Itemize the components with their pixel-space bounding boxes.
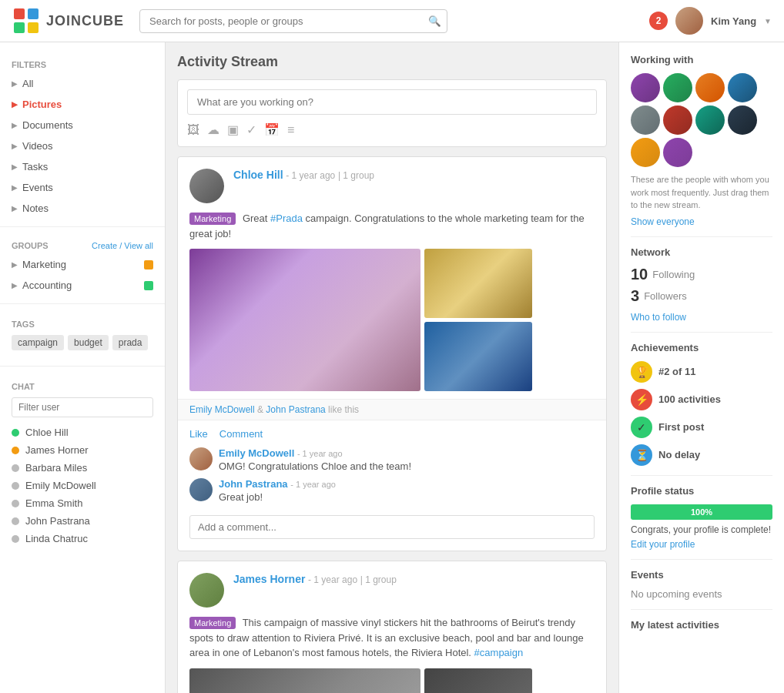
following-row: 10 Following xyxy=(631,266,772,283)
post-images-right xyxy=(424,249,532,391)
working-avatar xyxy=(728,73,757,102)
right-sidebar: Working with These are the people with w… xyxy=(618,42,784,693)
tag-budget[interactable]: budget xyxy=(68,335,109,350)
post-meta: James Horner - 1 year ago | 1 group xyxy=(233,573,595,585)
chat-user-linda[interactable]: Linda Chatruc xyxy=(12,530,153,547)
john-like-link[interactable]: John Pastrana xyxy=(266,404,325,415)
comment-text: Great job! xyxy=(219,491,336,503)
search-button[interactable]: 🔍 xyxy=(428,15,441,27)
trophy-icon: 🏆 xyxy=(631,361,652,383)
achievement-item: ⏳ No delay xyxy=(631,444,772,466)
working-avatar xyxy=(663,138,692,167)
edit-profile-link[interactable]: Edit your profile xyxy=(631,539,695,550)
comment-button[interactable]: Comment xyxy=(219,428,263,440)
comment-author[interactable]: John Pastrana xyxy=(219,478,288,490)
group-item-accounting[interactable]: ▶ Accounting xyxy=(0,275,165,296)
post-time: - 1 year ago xyxy=(286,170,335,181)
search-input[interactable] xyxy=(139,9,447,33)
tag-prada[interactable]: prada xyxy=(112,335,149,350)
working-avatar xyxy=(631,105,660,135)
sidebar-item-videos[interactable]: ▶Videos xyxy=(0,136,165,156)
tags-list: campaign budget prada xyxy=(12,335,153,350)
comment-author[interactable]: Emily McDowell xyxy=(219,447,294,459)
avatar xyxy=(675,7,703,35)
like-button[interactable]: Like xyxy=(189,428,208,440)
post-meta: Chloe Hill - 1 year ago | 1 group xyxy=(233,169,595,181)
arrow-icon: ▶ xyxy=(12,142,18,150)
arrow-icon: ▶ xyxy=(12,162,18,171)
username: Kim Yang xyxy=(711,15,756,27)
who-to-follow-link[interactable]: Who to follow xyxy=(631,312,686,323)
logo[interactable]: JOINCUBE xyxy=(12,7,124,35)
marketing-badge: Marketing xyxy=(189,213,236,225)
create-view-link[interactable]: Create / View all xyxy=(92,241,153,250)
list-icon[interactable]: ≡ xyxy=(287,123,294,137)
sidebar-item-notes[interactable]: ▶Notes xyxy=(0,198,165,219)
achievement-label: First post xyxy=(658,421,704,433)
working-avatar xyxy=(695,105,725,135)
show-everyone-link[interactable]: Show everyone xyxy=(631,216,695,227)
post-input[interactable] xyxy=(187,89,597,115)
main-content: Activity Stream 🖼 ☁ ▣ ✓ 📅 ≡ Chloe Hill -… xyxy=(166,42,618,693)
post-text: Marketing This campaign of massive vinyl… xyxy=(189,615,595,661)
working-with-title: Working with xyxy=(631,54,772,65)
achievement-item: ⚡ 100 activities xyxy=(631,389,772,410)
tags-section: Tags campaign budget prada xyxy=(0,312,165,358)
post-author-name[interactable]: James Horner xyxy=(233,573,305,585)
chat-user-james[interactable]: James Horner xyxy=(12,441,153,459)
comment: John Pastrana - 1 year ago Great job! xyxy=(189,478,595,503)
sidebar-item-events[interactable]: ▶Events xyxy=(0,177,165,198)
chat-filter-input[interactable] xyxy=(12,397,153,417)
post-images-2 xyxy=(189,668,595,694)
chat-user-barbara[interactable]: Barbara Miles xyxy=(12,459,153,477)
filters-title: Filters xyxy=(0,54,165,73)
calendar-icon[interactable]: 📅 xyxy=(264,122,280,137)
chat-user-chloe[interactable]: Chloe Hill xyxy=(12,424,153,441)
chat-user-emma[interactable]: Emma Smith xyxy=(12,494,153,512)
post-card: James Horner - 1 year ago | 1 group Mark… xyxy=(177,561,607,693)
sidebar-item-pictures[interactable]: ▶Pictures xyxy=(0,94,165,115)
sidebar-item-all[interactable]: ▶All xyxy=(0,73,165,94)
hashtag[interactable]: #Prada xyxy=(270,213,303,224)
working-avatar xyxy=(631,138,660,167)
sidebar-item-tasks[interactable]: ▶Tasks xyxy=(0,156,165,177)
events-title: Events xyxy=(631,569,772,581)
tag-campaign[interactable]: campaign xyxy=(12,335,64,350)
arrow-icon: ▶ xyxy=(12,183,18,192)
chevron-down-icon[interactable]: ▼ xyxy=(764,17,772,25)
post-author-name[interactable]: Chloe Hill xyxy=(233,169,283,181)
sidebar-item-documents[interactable]: ▶Documents xyxy=(0,115,165,136)
add-comment-input[interactable] xyxy=(189,515,595,539)
arrow-icon: ▶ xyxy=(12,281,18,290)
firstpost-icon: ✓ xyxy=(631,417,652,438)
check-icon[interactable]: ✓ xyxy=(246,122,256,137)
arrow-icon: ▶ xyxy=(12,204,18,213)
marketing-badge: Marketing xyxy=(189,617,236,629)
svg-rect-2 xyxy=(14,22,25,33)
status-indicator xyxy=(12,482,19,490)
nodelay-icon: ⏳ xyxy=(631,444,652,466)
image-icon[interactable]: 🖼 xyxy=(187,123,199,137)
chat-section: Chat Chloe Hill James Horner Barbara Mil… xyxy=(0,374,165,555)
following-label: Following xyxy=(652,269,695,280)
working-avatar xyxy=(695,73,725,102)
video-icon[interactable]: ▣ xyxy=(227,122,239,137)
working-avatar xyxy=(663,73,692,102)
group-item-marketing[interactable]: ▶ Marketing xyxy=(0,254,165,275)
achievement-item: 🏆 #2 of 11 xyxy=(631,361,772,383)
status-indicator xyxy=(12,429,19,437)
post-image-small-2 xyxy=(424,322,532,391)
achievement-label: 100 activities xyxy=(658,393,721,405)
upload-icon[interactable]: ☁ xyxy=(207,122,219,137)
post-image-main xyxy=(189,249,420,391)
post-card: Chloe Hill - 1 year ago | 1 group Market… xyxy=(177,156,607,551)
page-title: Activity Stream xyxy=(177,54,607,70)
comment-content: Emily McDowell - 1 year ago OMG! Congrat… xyxy=(219,447,411,472)
emily-like-link[interactable]: Emily McDowell xyxy=(189,404,255,415)
profile-complete-msg: Congrats, your profile is complete! xyxy=(631,524,772,535)
chat-user-emily[interactable]: Emily McDowell xyxy=(12,477,153,494)
notification-badge[interactable]: 2 xyxy=(649,12,668,30)
chat-user-john[interactable]: John Pastrana xyxy=(12,512,153,530)
hashtag[interactable]: #campaign xyxy=(474,647,524,658)
comment-time: - 1 year ago xyxy=(297,449,343,458)
